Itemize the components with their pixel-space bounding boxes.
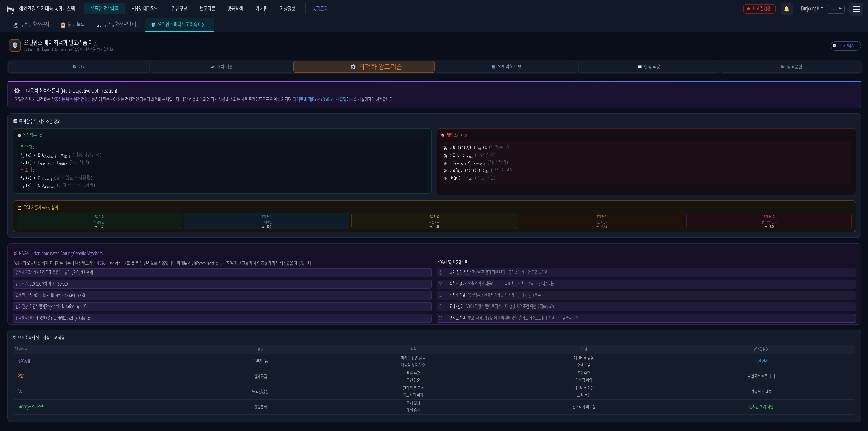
svg-text:PDF: PDF	[834, 45, 835, 46]
